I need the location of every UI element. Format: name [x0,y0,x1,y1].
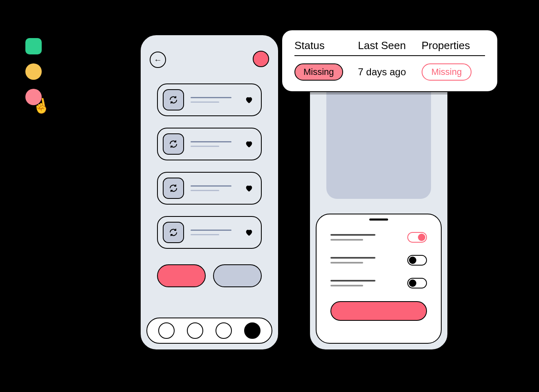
item-text-placeholder [191,141,238,147]
sync-icon [163,89,184,110]
primary-button[interactable] [157,264,206,287]
toggle-3[interactable] [407,278,427,288]
legend-dot-missing[interactable]: ☝ [25,89,42,105]
popover-header: Status Last Seen Properties [294,39,485,56]
status-popover: Status Last Seen Properties Missing 7 da… [281,29,498,92]
bottom-sheet [316,214,442,344]
nav-item-3[interactable] [216,322,232,339]
item-text-placeholder [191,185,238,191]
setting-row-2 [330,249,427,272]
arrow-left-icon: ← [154,55,162,65]
toggle-1[interactable] [407,232,427,243]
setting-label-placeholder [330,257,375,264]
list-item[interactable] [157,216,262,249]
setting-label-placeholder [330,234,375,241]
legend-dot-ok[interactable] [25,38,42,54]
col-status: Status [294,39,358,52]
status-indicator[interactable] [253,51,269,67]
list-item[interactable] [157,83,262,116]
item-text-placeholder [191,230,238,235]
favorite-icon[interactable] [245,140,254,149]
item-text-placeholder [191,97,238,103]
last-seen-value: 7 days ago [358,66,421,78]
bottom-nav [146,318,272,344]
nav-item-1[interactable] [158,322,175,339]
setting-row-3 [330,272,427,295]
status-legend: ☝ [25,38,42,114]
drag-handle[interactable] [369,219,388,221]
sync-icon [163,222,184,243]
cursor-pointer-icon: ☝ [31,97,51,116]
nav-item-2[interactable] [187,322,203,339]
status-badge: Missing [294,63,343,81]
toggle-2[interactable] [407,255,427,266]
col-last-seen: Last Seen [358,39,421,52]
item-list [157,83,262,260]
action-row [157,264,262,287]
sync-icon [163,133,184,155]
setting-row-1 [330,226,427,249]
col-properties: Properties [422,39,485,52]
nav-item-4[interactable] [244,322,261,339]
popover-row: Missing 7 days ago Missing [294,56,485,81]
back-button[interactable]: ← [150,52,166,68]
sheet-primary-button[interactable] [330,301,427,321]
legend-dot-warning[interactable] [25,63,42,80]
favorite-icon[interactable] [245,95,254,104]
secondary-button[interactable] [213,264,262,287]
setting-label-placeholder [330,280,375,286]
list-item[interactable] [157,128,262,160]
properties-badge[interactable]: Missing [422,63,472,81]
favorite-icon[interactable] [245,184,254,193]
phone-mock-list: ← [140,34,279,350]
list-item[interactable] [157,172,262,205]
favorite-icon[interactable] [245,228,254,237]
sync-icon [163,178,184,199]
